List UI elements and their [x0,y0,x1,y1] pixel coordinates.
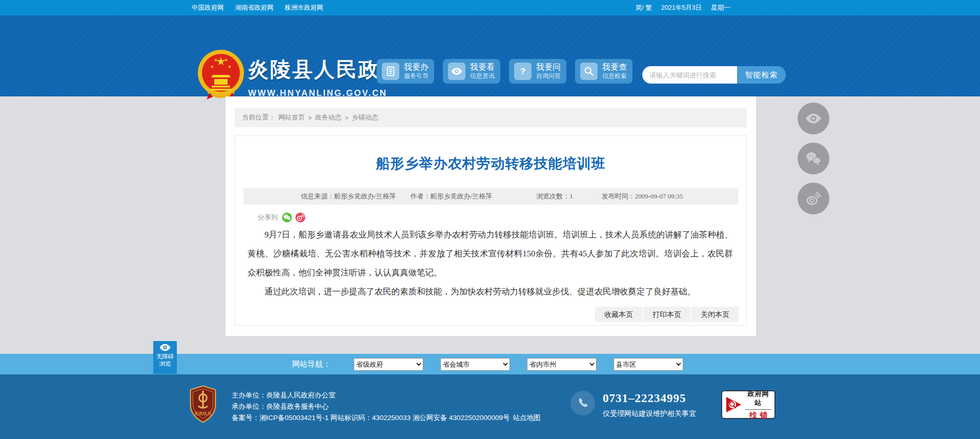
party-gov-badge[interactable]: 党政机关 [189,385,217,424]
footer-record-number: 备案号：湘ICP备05003421号-1 网站标识码：4302250033 湘公… [232,414,510,422]
weibo-share-tool[interactable] [798,183,829,214]
breadcrumb-label: 当前位置： [242,113,275,122]
article-actions: 收藏本页 打印本页 关闭本页 [595,307,739,322]
topbar-links: 中国政府网 湖南省政府网 株洲市政府网 [192,0,323,15]
accessibility-label-line1: 无障碍 [153,353,177,360]
wechat-icon [805,151,822,166]
article-title: 船形乡举办农村劳动转移技能培训班 [235,154,746,173]
meta-views: 浏览次数：1 [536,192,573,201]
breadcrumb: 当前位置： 网站首页 > 政务动态 > 乡镇动态 [235,108,747,127]
article-meta: 信息来源：船形乡党政办/兰格萍 作者：船形乡党政办/兰格萍 浏览次数：1 发布时… [243,188,738,205]
meta-source: 信息来源：船形乡党政办/兰格萍 [301,192,396,201]
weibo-share-icon[interactable] [295,212,305,223]
language-toggle[interactable]: 简/ 繁 [636,4,652,12]
article-paragraph: 9月7日，船形乡邀请县农业局技术人员到该乡举办农村劳动力转移技能培训班。培训班上… [248,225,733,282]
topbar-weekday: 星期一 [711,4,730,12]
service-button-label: 我要看 信息资讯 [470,63,495,80]
service-button-search[interactable]: 我要查 信息检索 [575,59,632,84]
nav-select-capital-cities[interactable]: 省会城市 [440,358,510,371]
eye-icon [805,113,822,124]
svg-text:?: ? [520,66,526,76]
wechat-share-icon[interactable] [282,212,292,223]
service-buttons: 我要办 服务引导 我要看 信息资讯 ? 我要问 咨询问答 [377,59,632,84]
side-toolbar [798,103,829,214]
footer-undertaker: 承办单位：炎陵县政务服务中心 [232,401,541,412]
error-badge-text: 政府网站 找错 [745,389,771,421]
service-button-label: 我要查 信息检索 [602,63,627,80]
close-page-button[interactable]: 关闭本页 [691,307,739,322]
service-button-ask[interactable]: ? 我要问 咨询问答 [509,59,566,84]
site-navigation-label: 网站导航： [292,354,331,374]
print-page-button[interactable]: 打印本页 [643,307,690,322]
error-report-icon [725,394,743,415]
content-area: 当前位置： 网站首页 > 政务动态 > 乡镇动态 船形乡举办农村劳动转移技能培训… [226,96,756,336]
topbar: 中国政府网 湖南省政府网 株洲市政府网 简/ 繁 2021年5月3日 星期一 [0,0,980,15]
nav-select-provincial-gov[interactable]: 省级政府 [354,358,423,371]
breadcrumb-home[interactable]: 网站首页 [278,113,305,122]
meta-author: 作者：船形乡党政办/兰格萍 [411,192,493,201]
topbar-link-china-gov[interactable]: 中国政府网 [192,4,224,12]
search-icon [580,63,598,80]
sitemap-link[interactable]: 站点地图 [513,414,541,422]
question-icon: ? [514,63,532,80]
nav-select-county-districts[interactable]: 县市区 [614,358,683,371]
smart-search-button[interactable]: 智能检索 [737,66,786,84]
accessibility-label-line2: 浏览 [153,360,177,367]
share-row: 分享到 [258,212,746,223]
national-emblem-logo [197,49,244,102]
document-icon [382,63,399,80]
phone-icon [576,396,589,410]
bookmark-page-button[interactable]: 收藏本页 [595,307,642,322]
header: 炎陵县人民政府 WWW.HNYANLING.GOV.CN 我要办 服务引导 我要… [0,15,980,96]
nav-select-province-cities[interactable]: 省内市州 [527,358,597,371]
svg-text:党政机关: 党政机关 [194,411,212,416]
phone-circle [570,391,595,415]
share-label: 分享到 [258,213,278,222]
footer-record-line: 备案号：湘ICP备05003421号-1 网站标识码：4302250033 湘公… [232,412,541,424]
article: 船形乡举办农村劳动转移技能培训班 信息来源：船形乡党政办/兰格萍 作者：船形乡党… [235,135,747,326]
footer-phone-number: 0731–22234995 [603,392,686,405]
eye-icon [448,63,465,80]
topbar-link-hunan-gov[interactable]: 湖南省政府网 [235,4,274,12]
breadcrumb-separator: > [308,114,312,122]
topbar-link-zhuzhou-gov[interactable]: 株洲市政府网 [285,4,323,12]
footer-phone-note: 仅受理网站建设维护相关事宜 [603,409,696,418]
gov-site-error-report-badge[interactable]: 政府网站 找错 [721,390,775,419]
breadcrumb-news[interactable]: 政务动态 [315,113,342,122]
topbar-date: 2021年5月3日 [661,4,702,12]
page: 中国政府网 湖南省政府网 株洲市政府网 简/ 繁 2021年5月3日 星期一 [0,0,980,439]
weibo-icon [804,190,823,207]
service-button-label: 我要问 咨询问答 [536,63,561,80]
service-button-view[interactable]: 我要看 信息资讯 [443,59,500,84]
meta-publish-time: 发布时间：2009-09-07 09:35 [602,192,683,201]
service-button-apply[interactable]: 我要办 服务引导 [377,59,434,84]
breadcrumb-separator: > [345,114,349,122]
breadcrumb-township-news[interactable]: 乡镇动态 [352,113,378,122]
accessibility-browse-button[interactable]: 无障碍 浏览 [153,341,177,374]
site-navigation-selects: 省级政府 省会城市 省内市州 县市区 [354,358,683,371]
search-input[interactable] [642,66,737,84]
topbar-right: 简/ 繁 2021年5月3日 星期一 [636,0,730,15]
article-body: 9月7日，船形乡邀请县农业局技术人员到该乡举办农村劳动力转移技能培训班。培训班上… [248,225,733,301]
accessibility-eye-tool[interactable] [798,103,829,134]
article-paragraph: 通过此次培训，进一步提高了农民的素质和技能，为加快农村劳动力转移就业步伐、促进农… [248,282,733,301]
footer-organizer: 主办单位：炎陵县人民政府办公室 [232,390,541,401]
footer: 党政机关 主办单位：炎陵县人民政府办公室 承办单位：炎陵县政务服务中心 备案号：… [0,374,980,439]
wechat-share-tool[interactable] [798,143,829,174]
bottom-navbar: 无障碍 浏览 网站导航： 省级政府 省会城市 省内市州 县市区 [0,354,980,374]
eye-icon [159,344,171,351]
search-bar: 智能检索 [642,66,786,84]
footer-info: 主办单位：炎陵县人民政府办公室 承办单位：炎陵县政务服务中心 备案号：湘ICP备… [232,390,541,424]
service-button-label: 我要办 服务引导 [404,63,428,80]
